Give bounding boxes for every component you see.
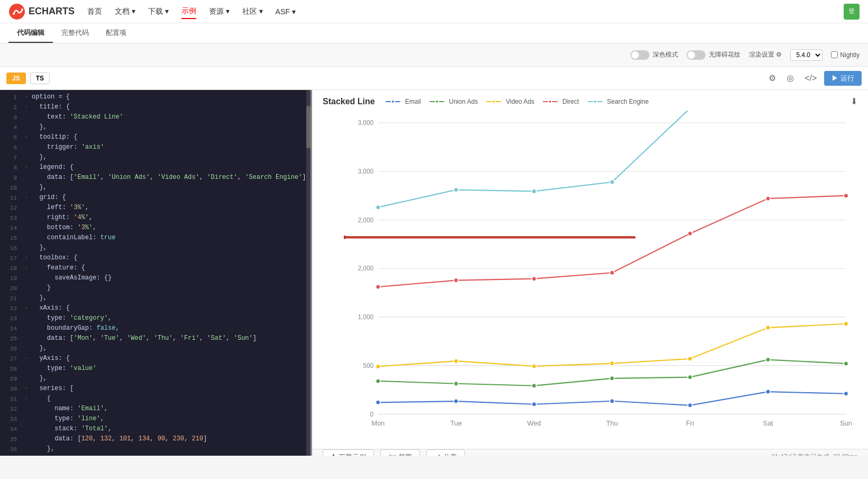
- svg-point-49: [610, 270, 615, 275]
- share-icon-btn[interactable]: ◎: [783, 71, 797, 85]
- chart-header: Stacked Line Email Union Ads Video Ads D…: [312, 90, 868, 111]
- svg-point-33: [454, 381, 459, 386]
- code-line: 27 - yAxis: {: [0, 354, 310, 364]
- svg-text:2,000: 2,000: [358, 265, 373, 273]
- code-line: 25 data: ['Mon', 'Tue', 'Wed', 'Thu', 'F…: [0, 333, 310, 344]
- code-line: 28 type: 'value': [0, 364, 310, 374]
- svg-point-26: [454, 399, 459, 404]
- svg-point-27: [532, 402, 536, 406]
- render-group[interactable]: 渲染设置 ⚙: [749, 50, 782, 59]
- svg-point-35: [610, 376, 615, 381]
- chart-legend: Email Union Ads Video Ads Direct Search …: [386, 98, 649, 105]
- code-line: 20 }: [0, 283, 310, 293]
- legend-label: Video Ads: [506, 98, 534, 105]
- pattern-toggle[interactable]: [687, 50, 706, 60]
- logo-text: ECHARTS: [29, 6, 75, 17]
- nav-docs[interactable]: 文档 ▾: [115, 5, 135, 19]
- bottom-bar: ⬇ 下载示例 📷 截图 ↗ 分享 21:47:17 图表已生成, 33.80ms: [312, 449, 868, 456]
- nav-examples[interactable]: 示例: [181, 4, 196, 19]
- code-icon-btn[interactable]: </>: [801, 71, 820, 85]
- code-line: 21 },: [0, 293, 310, 303]
- settings-icon-btn[interactable]: ⚙: [765, 71, 779, 85]
- tab-config[interactable]: 配置项: [97, 24, 135, 43]
- code-line: 35 data: [120, 132, 101, 134, 90, 230, 2…: [0, 434, 310, 444]
- download-icon[interactable]: ⬇: [851, 96, 857, 106]
- nav-asf[interactable]: ASF ▾: [276, 5, 296, 18]
- code-line: 32 name: 'Email',: [0, 404, 310, 414]
- code-line: 8 - legend: {: [0, 162, 310, 173]
- code-panel[interactable]: 1 - option = { 2 - title: { 3 text: 'Sta…: [0, 90, 312, 456]
- code-line: 23 type: 'category',: [0, 313, 310, 323]
- scrollbar-track[interactable]: [306, 90, 310, 456]
- svg-point-47: [454, 278, 459, 283]
- code-line: 1 - option = {: [0, 92, 310, 102]
- share-button[interactable]: ↗ 分享: [426, 449, 465, 456]
- legend-label: Email: [405, 98, 421, 105]
- svg-text:Wed: Wed: [527, 419, 541, 427]
- nav-download[interactable]: 下载 ▾: [148, 5, 169, 19]
- tab-code-edit[interactable]: 代码编辑: [8, 24, 53, 43]
- svg-point-37: [766, 357, 771, 362]
- pattern-knob: [688, 51, 695, 59]
- chart-title: Stacked Line: [323, 97, 375, 106]
- code-editor[interactable]: 1 - option = { 2 - title: { 3 text: 'Sta…: [0, 90, 310, 456]
- logo[interactable]: ECHARTS: [8, 3, 75, 20]
- code-line: 14 bottom: '3%',: [0, 223, 310, 233]
- render-label: 渲染设置 ⚙: [749, 50, 782, 59]
- code-line: 33 type: 'line',: [0, 414, 310, 424]
- code-line: 34 stack: 'Total',: [0, 424, 310, 434]
- svg-point-52: [844, 193, 848, 198]
- ts-button[interactable]: TS: [30, 73, 50, 84]
- svg-point-50: [688, 231, 692, 236]
- version-select[interactable]: 5.4.0 5.3.3 5.2.2: [790, 49, 823, 61]
- svg-point-1: [13, 13, 15, 15]
- chart-svg: 05001,0002,0002,0003,0003,000MonTueWedTh…: [344, 111, 857, 444]
- nav-home[interactable]: 首页: [87, 5, 102, 19]
- screenshot-button[interactable]: 📷 截图: [380, 449, 421, 456]
- nav-community[interactable]: 社区 ▾: [242, 5, 263, 19]
- svg-text:Fri: Fri: [686, 419, 694, 427]
- download-example-button[interactable]: ⬇ 下载示例: [323, 449, 374, 456]
- code-line: 11 - grid: {: [0, 193, 310, 203]
- js-button[interactable]: JS: [6, 73, 26, 84]
- code-line: 15 containLabel: true: [0, 233, 310, 243]
- svg-point-41: [532, 364, 536, 369]
- svg-point-56: [610, 180, 615, 185]
- svg-text:Mon: Mon: [371, 419, 385, 427]
- dark-mode-knob: [632, 51, 639, 59]
- code-line: 5 - tooltip: {: [0, 132, 310, 142]
- theme-bar: 深色模式 无障碍花纹 渲染设置 ⚙ 5.4.0 5.3.3 5.2.2 Nigh…: [0, 43, 868, 67]
- dark-mode-toggle[interactable]: [631, 50, 650, 60]
- svg-point-43: [688, 356, 692, 361]
- svg-point-53: [376, 205, 380, 210]
- svg-text:Sun: Sun: [840, 419, 852, 427]
- pattern-label: 无障碍花纹: [709, 50, 741, 59]
- pattern-group: 无障碍花纹: [687, 50, 741, 60]
- svg-point-46: [376, 285, 380, 290]
- code-line: 6 trigger: 'axis': [0, 142, 310, 152]
- svg-point-0: [9, 4, 25, 20]
- nightly-checkbox[interactable]: [831, 51, 838, 58]
- svg-point-42: [610, 361, 615, 366]
- tab-full-code[interactable]: 完整代码: [53, 24, 97, 43]
- nav-resources[interactable]: 资源 ▾: [209, 5, 230, 19]
- code-line: 13 right: '4%',: [0, 213, 310, 223]
- code-line: 29 },: [0, 374, 310, 384]
- editor-toolbar: JS TS ⚙ ◎ </> ▶ 运行: [0, 67, 868, 90]
- svg-text:Tue: Tue: [450, 419, 462, 427]
- svg-text:3,000: 3,000: [358, 168, 373, 175]
- avatar[interactable]: 登: [844, 4, 860, 20]
- code-line: 10 },: [0, 183, 310, 193]
- code-line: 9 data: ['Email', 'Union Ads', 'Video Ad…: [0, 173, 310, 183]
- svg-point-38: [844, 361, 848, 366]
- code-line: 19 saveAsImage: {}: [0, 273, 310, 283]
- svg-text:1,000: 1,000: [358, 313, 373, 321]
- run-button[interactable]: ▶ 运行: [824, 71, 862, 86]
- scrollbar-thumb[interactable]: [306, 106, 310, 148]
- svg-point-25: [376, 400, 380, 405]
- sub-tabs-bar: 代码编辑 完整代码 配置项: [0, 23, 868, 43]
- code-line: 16 },: [0, 243, 310, 253]
- main-content: 1 - option = { 2 - title: { 3 text: 'Sta…: [0, 90, 868, 456]
- svg-point-39: [376, 364, 380, 369]
- code-line: 17 - toolbox: {: [0, 253, 310, 263]
